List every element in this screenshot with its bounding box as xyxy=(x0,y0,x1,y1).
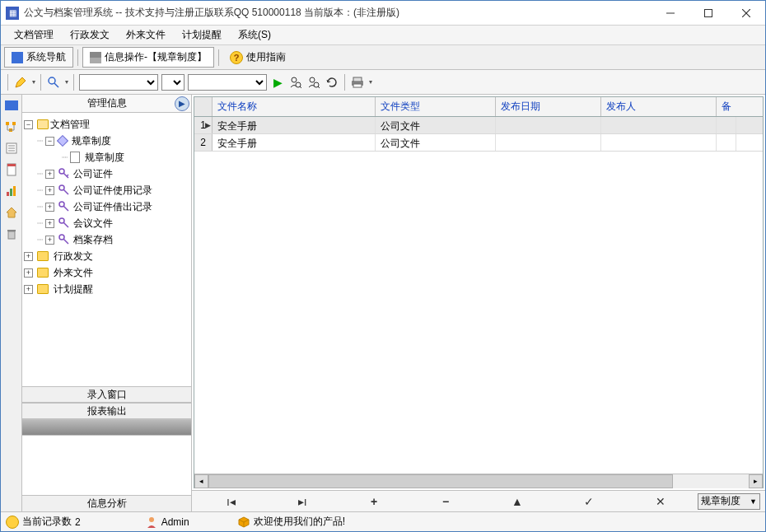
tree-node-plan[interactable]: +计划提醒 xyxy=(24,281,189,297)
tab-guide[interactable]: ? 使用指南 xyxy=(223,48,292,67)
cell-publisher[interactable] xyxy=(601,134,717,151)
col-header-publisher[interactable]: 发布人 xyxy=(601,97,717,116)
cell-filename[interactable]: 安全手册 xyxy=(213,134,376,151)
scroll-left-button[interactable]: ◂ xyxy=(194,474,208,488)
find-person-button-2[interactable] xyxy=(306,75,321,90)
scroll-right-button[interactable]: ▸ xyxy=(749,474,763,488)
menu-external[interactable]: 外来文件 xyxy=(118,26,174,44)
scroll-track[interactable] xyxy=(208,474,749,488)
menu-doc-manage[interactable]: 文档管理 xyxy=(6,26,62,44)
menu-plan[interactable]: 计划提醒 xyxy=(174,26,230,44)
minimize-button[interactable] xyxy=(652,1,689,25)
run-button[interactable]: ▶ xyxy=(270,75,285,90)
cell-filename[interactable]: 安全手册 xyxy=(213,117,376,133)
folder-icon xyxy=(37,251,49,261)
cell-remark[interactable] xyxy=(717,117,736,133)
print-button[interactable] xyxy=(350,75,365,90)
cube-icon xyxy=(237,516,250,529)
tree-node-cert-borrow[interactable]: ┈+公司证件借出记录 xyxy=(37,198,189,215)
tab-label: 使用指南 xyxy=(246,50,286,64)
find-person-button[interactable] xyxy=(288,75,303,90)
horizontal-scrollbar[interactable]: ◂ ▸ xyxy=(194,474,763,488)
refresh-button[interactable] xyxy=(325,75,339,90)
maximize-button[interactable] xyxy=(689,1,727,25)
scroll-thumb[interactable] xyxy=(208,474,673,488)
tree-view[interactable]: − 文档管理 ┈ − 规章制度 xyxy=(22,113,191,386)
table-row[interactable]: 1▶ 安全手册 公司文件 xyxy=(194,117,763,134)
sidebar-list-icon[interactable] xyxy=(4,141,19,156)
filter-combo-3[interactable] xyxy=(188,74,267,91)
cell-pubdate[interactable] xyxy=(496,134,601,151)
expand-icon[interactable]: + xyxy=(45,236,54,245)
sidebar-trash-icon[interactable] xyxy=(4,226,19,241)
tree-node-external[interactable]: +外来文件 xyxy=(24,264,189,281)
nav-cancel-button[interactable]: ✕ xyxy=(626,493,694,510)
cell-publisher[interactable] xyxy=(601,117,717,133)
tree-node-regulations-child[interactable]: ┈ 规章制度 xyxy=(62,149,189,166)
col-header-filetype[interactable]: 文件类型 xyxy=(376,97,496,116)
nav-remove-button[interactable]: − xyxy=(412,493,480,510)
cell-filetype[interactable]: 公司文件 xyxy=(376,134,496,151)
tree-node-cert[interactable]: ┈+公司证件 xyxy=(37,166,189,182)
toolbar: ▾ ▾ ▶ ▾ xyxy=(1,70,765,95)
tree-node-admin-doc[interactable]: +行政发文 xyxy=(24,248,189,264)
nav-first-button[interactable]: ı◂ xyxy=(197,493,265,510)
filter-combo-2[interactable] xyxy=(161,74,184,91)
search-dropdown[interactable]: ▾ xyxy=(65,78,68,86)
expand-icon[interactable]: + xyxy=(45,203,54,212)
tab-info-operation[interactable]: 信息操作-【规章制度】 xyxy=(82,47,214,68)
table-row[interactable]: 2 安全手册 公司文件 xyxy=(194,134,763,152)
panel-header-manage: 管理信息 ▶ xyxy=(22,95,191,113)
expand-icon[interactable]: + xyxy=(24,252,33,261)
col-header-pubdate[interactable]: 发布日期 xyxy=(496,97,601,116)
tree-node-cert-use[interactable]: ┈+公司证件使用记录 xyxy=(37,182,189,198)
svg-rect-17 xyxy=(12,122,16,125)
expand-icon[interactable]: + xyxy=(24,285,33,294)
user-icon xyxy=(145,516,158,529)
sidebar-chart-icon[interactable] xyxy=(4,184,19,198)
expand-icon[interactable]: + xyxy=(24,268,33,278)
section-label: 录入窗口 xyxy=(87,388,127,402)
filter-combo-1[interactable] xyxy=(79,74,158,91)
tree-label: 文档管理 xyxy=(50,117,90,132)
print-dropdown[interactable]: ▾ xyxy=(369,78,372,86)
edit-button[interactable] xyxy=(13,75,28,90)
panel-section-analysis[interactable]: 信息分析 xyxy=(22,495,191,511)
svg-line-40 xyxy=(63,206,68,211)
nav-last-button[interactable]: ▸ı xyxy=(269,493,337,510)
menu-admin-doc[interactable]: 行政发文 xyxy=(62,26,118,44)
sidebar-view-icon[interactable] xyxy=(4,98,19,113)
panel-section-input[interactable]: 录入窗口 xyxy=(22,386,191,403)
expand-icon[interactable]: + xyxy=(45,219,54,228)
cell-filetype[interactable]: 公司文件 xyxy=(376,117,496,133)
tree-node-doc-manage[interactable]: − 文档管理 xyxy=(24,116,189,133)
sidebar-tree-icon[interactable] xyxy=(4,119,19,134)
nav-up-button[interactable]: ▲ xyxy=(483,493,551,510)
sidebar-doc-icon[interactable] xyxy=(4,162,19,177)
menu-system[interactable]: 系统(S) xyxy=(230,26,279,44)
col-header-remark[interactable]: 备 xyxy=(717,97,736,116)
grid-body[interactable]: 1▶ 安全手册 公司文件 2 安全手册 公司文件 xyxy=(194,117,763,474)
edit-dropdown[interactable]: ▾ xyxy=(32,78,35,86)
tab-system-nav[interactable]: 系统导航 xyxy=(4,47,73,68)
expand-icon[interactable]: − xyxy=(24,120,33,129)
sidebar-home-icon[interactable] xyxy=(4,205,19,220)
nav-add-button[interactable]: + xyxy=(340,493,409,510)
cell-remark[interactable] xyxy=(717,134,736,151)
section-label: 信息分析 xyxy=(87,497,127,511)
expand-icon[interactable]: + xyxy=(45,186,54,195)
tree-node-archive[interactable]: ┈+档案存档 xyxy=(37,231,189,248)
expand-icon[interactable]: − xyxy=(45,137,54,146)
document-icon xyxy=(70,152,80,163)
tree-node-regulations[interactable]: ┈ − 规章制度 xyxy=(37,133,189,149)
cell-pubdate[interactable] xyxy=(496,117,601,133)
close-button[interactable] xyxy=(727,1,765,25)
expand-icon[interactable]: + xyxy=(45,170,54,179)
tree-node-meeting[interactable]: ┈+会议文件 xyxy=(37,215,189,231)
nav-category-combo[interactable]: 规章制度 ▼ xyxy=(698,493,760,510)
panel-section-report[interactable]: 报表输出 xyxy=(22,403,191,419)
col-header-filename[interactable]: 文件名称 xyxy=(213,97,376,116)
nav-confirm-button[interactable]: ✓ xyxy=(554,493,623,510)
search-button[interactable] xyxy=(46,75,61,90)
panel-collapse-button[interactable]: ▶ xyxy=(175,96,189,111)
